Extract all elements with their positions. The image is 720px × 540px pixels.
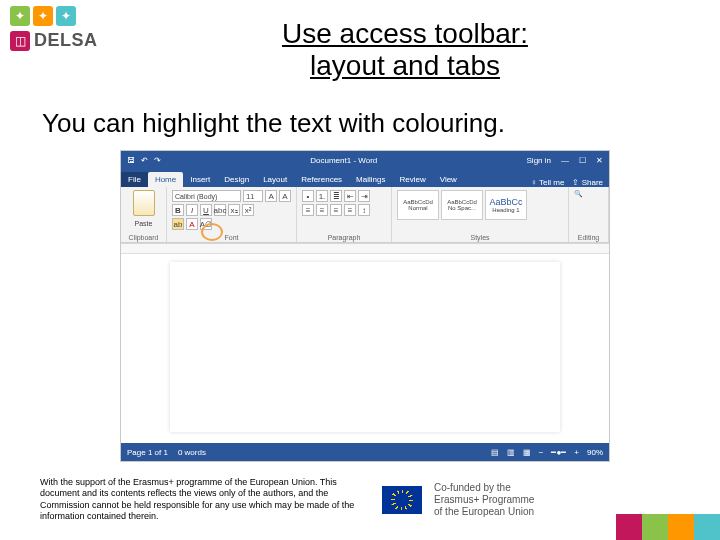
bullets-icon[interactable]: • (302, 190, 314, 202)
document-page[interactable] (170, 262, 560, 432)
tab-references[interactable]: References (294, 172, 349, 187)
bulb-icon: ✦ (33, 6, 53, 26)
zoom-in-icon[interactable]: + (574, 448, 579, 457)
indent-icon[interactable]: ⇥ (358, 190, 370, 202)
tab-insert[interactable]: Insert (183, 172, 217, 187)
slide-footer: With the support of the Erasmus+ program… (40, 477, 710, 522)
styles-group-label: Styles (397, 234, 563, 241)
strike-button[interactable]: abc (214, 204, 226, 216)
align-right-icon[interactable]: ≡ (330, 204, 342, 216)
accent-square-4 (694, 514, 720, 540)
status-page: Page 1 of 1 (127, 448, 168, 457)
view-print-icon[interactable]: ▥ (507, 448, 515, 457)
undo-icon[interactable]: ↶ (141, 156, 148, 165)
paste-icon[interactable] (133, 190, 155, 216)
brand-name: DELSA (34, 30, 98, 51)
word-tabstrip: File Home Insert Design Layout Reference… (121, 169, 609, 187)
numbering-icon[interactable]: 1. (316, 190, 328, 202)
puzzle-icon: ✦ (10, 6, 30, 26)
style-nospacing[interactable]: AaBbCcDd No Spac... (441, 190, 483, 220)
shield-icon: ✦ (56, 6, 76, 26)
sub-button[interactable]: x₂ (228, 204, 240, 216)
style-heading1[interactable]: AaBbCc Heading 1 (485, 190, 527, 220)
justify-icon[interactable]: ≡ (344, 204, 356, 216)
clear-format-icon[interactable]: A∅ (200, 218, 212, 230)
tab-review[interactable]: Review (392, 172, 432, 187)
tab-view[interactable]: View (433, 172, 464, 187)
window-max-icon[interactable]: ☐ (579, 156, 586, 165)
disclaimer-text: With the support of the Erasmus+ program… (40, 477, 370, 522)
font-group-label: Font (172, 234, 291, 241)
slide-title-line1: Use access toolbar: (282, 18, 528, 49)
bold-button[interactable]: B (172, 204, 184, 216)
font-color-button[interactable]: A (186, 218, 198, 230)
shrink-font-icon[interactable]: A (279, 190, 291, 202)
word-titlebar: 🖫 ↶ ↷ Document1 - Word Sign in — ☐ ✕ (121, 151, 609, 169)
status-words: 0 words (178, 448, 206, 457)
brand-block: ◫ DELSA (10, 30, 98, 51)
line-spacing-icon[interactable]: ↕ (358, 204, 370, 216)
header-icon-row: ✦ ✦ ✦ (10, 6, 76, 26)
font-size-select[interactable]: 11 (243, 190, 263, 202)
tab-layout[interactable]: Layout (256, 172, 294, 187)
zoom-slider[interactable]: ━●━ (551, 448, 566, 457)
save-icon[interactable]: 🖫 (127, 156, 135, 165)
window-close-icon[interactable]: ✕ (596, 156, 603, 165)
word-doc-title: Document1 - Word (169, 156, 519, 165)
editing-group-label: Editing (574, 234, 603, 241)
slide-title: Use access toolbar: layout and tabs (180, 18, 630, 82)
multilevel-icon[interactable]: ≣ (330, 190, 342, 202)
accent-square-1 (616, 514, 642, 540)
outdent-icon[interactable]: ⇤ (344, 190, 356, 202)
font-name-select[interactable]: Calibri (Body) (172, 190, 241, 202)
grow-font-icon[interactable]: A (265, 190, 277, 202)
tellme-field[interactable]: ♀ Tell me (531, 178, 564, 187)
view-web-icon[interactable]: ▦ (523, 448, 531, 457)
share-button[interactable]: ⇪ Share (572, 178, 603, 187)
align-left-icon[interactable]: ≡ (302, 204, 314, 216)
word-ribbon: Paste Clipboard Calibri (Body) 11 A A B … (121, 187, 609, 243)
cofunded-text: Co-funded by the Erasmus+ Programme of t… (434, 482, 534, 518)
align-center-icon[interactable]: ≡ (316, 204, 328, 216)
find-icon[interactable]: 🔍 (574, 190, 603, 198)
highlight-color-button[interactable]: ab (172, 218, 184, 230)
accent-square-3 (668, 514, 694, 540)
brand-logo-icon: ◫ (10, 31, 30, 51)
clipboard-group-label: Clipboard (126, 234, 161, 241)
eu-flag-icon (382, 486, 422, 514)
word-app-screenshot: 🖫 ↶ ↷ Document1 - Word Sign in — ☐ ✕ Fil… (120, 150, 610, 462)
ruler[interactable] (121, 244, 609, 254)
view-read-icon[interactable]: ▤ (491, 448, 499, 457)
slide-body-text: You can highlight the text with colourin… (42, 108, 682, 139)
accent-square-2 (642, 514, 668, 540)
tab-mailings[interactable]: Mailings (349, 172, 392, 187)
sup-button[interactable]: x² (242, 204, 254, 216)
paste-label: Paste (135, 220, 153, 227)
underline-button[interactable]: U (200, 204, 212, 216)
word-document-area (121, 243, 609, 443)
tab-design[interactable]: Design (217, 172, 256, 187)
italic-button[interactable]: I (186, 204, 198, 216)
word-statusbar: Page 1 of 1 0 words ▤ ▥ ▦ − ━●━ + 90% (121, 443, 609, 461)
paragraph-group-label: Paragraph (302, 234, 386, 241)
zoom-value: 90% (587, 448, 603, 457)
slide-title-line2: layout and tabs (310, 50, 500, 81)
style-normal[interactable]: AaBbCcDd Normal (397, 190, 439, 220)
corner-accent (616, 514, 720, 540)
redo-icon[interactable]: ↷ (154, 156, 161, 165)
zoom-out-icon[interactable]: − (539, 448, 544, 457)
tab-file[interactable]: File (121, 172, 148, 187)
signin-link[interactable]: Sign in (527, 156, 551, 165)
tab-home[interactable]: Home (148, 172, 183, 187)
window-min-icon[interactable]: — (561, 156, 569, 165)
